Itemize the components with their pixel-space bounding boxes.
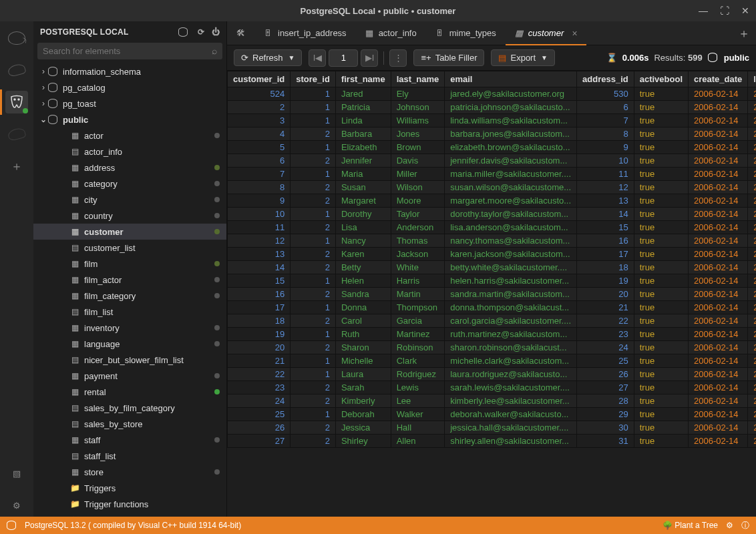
tree-node-Triggers[interactable]: 📁Triggers [33, 480, 226, 496]
cell[interactable]: 3 [228, 114, 291, 127]
cell[interactable]: 2006-02-14 [689, 87, 748, 101]
cell[interactable]: 1 [291, 408, 336, 421]
cell[interactable]: true [634, 248, 688, 261]
cell[interactable]: kimberly.lee@sakilacustomer... [445, 394, 577, 408]
table-row[interactable]: 151HelenHarrishelen.harris@sakilacustome… [228, 274, 757, 288]
cell[interactable]: Jared [335, 87, 391, 101]
cell[interactable]: 2 [228, 101, 291, 114]
cell[interactable]: 2 [291, 261, 336, 274]
cell[interactable]: 2 [291, 248, 336, 261]
table-row[interactable]: 211MichelleClarkmichelle.clark@sakilacus… [228, 354, 757, 368]
cell[interactable]: Ely [391, 87, 445, 101]
tree-node-inventory[interactable]: inventory [33, 320, 226, 336]
cell[interactable]: 2006-02-14 [689, 101, 748, 114]
table-filler-button[interactable]: ≡+Table Filler [413, 49, 484, 66]
cell[interactable]: 11 [577, 168, 634, 181]
cell[interactable]: Carol [335, 314, 391, 328]
table-row[interactable]: 31LindaWilliamslinda.williams@sakilacust… [228, 114, 757, 127]
refresh-tree-icon[interactable]: ⟳ [198, 27, 204, 37]
last-page-button[interactable]: ▶I [361, 49, 378, 67]
conn-postgres-icon[interactable] [5, 91, 28, 113]
minimize-icon[interactable]: — [699, 5, 708, 16]
export-button[interactable]: ▤Export▼ [491, 49, 554, 66]
col-last_[interactable]: last_ [748, 71, 756, 87]
tab-mime_types[interactable]: 🎚mime_types [426, 21, 506, 45]
cell[interactable]: Taylor [391, 208, 445, 221]
table-row[interactable]: 121NancyThomasnancy.thomas@sakilacustom.… [228, 234, 757, 248]
db-icon[interactable] [178, 27, 191, 37]
cell[interactable]: 17 [577, 248, 634, 261]
cell[interactable]: Harris [391, 274, 445, 288]
cell[interactable]: 2 [291, 181, 336, 194]
cell[interactable]: Thomas [391, 234, 445, 248]
tree-node-staff_list[interactable]: staff_list [33, 448, 226, 464]
cell[interactable]: 2013 [748, 288, 756, 301]
col-create_date[interactable]: create_date [689, 71, 748, 87]
cell[interactable]: 20 [577, 288, 634, 301]
cell[interactable]: 2013 [748, 328, 756, 341]
cell[interactable]: Wilson [391, 181, 445, 194]
cell[interactable]: Maria [335, 168, 391, 181]
cell[interactable]: Anderson [391, 221, 445, 234]
cell[interactable]: 6 [228, 154, 291, 168]
cell[interactable]: 12 [577, 181, 634, 194]
cell[interactable]: 1 [291, 114, 336, 127]
cell[interactable]: 11 [228, 221, 291, 234]
cell[interactable]: betty.white@sakilacustomer.... [445, 261, 577, 274]
tree-node-language[interactable]: language [33, 336, 226, 352]
col-address_id[interactable]: address_id [577, 71, 634, 87]
tree-node-payment[interactable]: payment [33, 368, 226, 384]
cell[interactable]: Betty [335, 261, 391, 274]
cell[interactable]: Jackson [391, 248, 445, 261]
cell[interactable]: 22 [228, 368, 291, 381]
cell[interactable]: 1 [291, 274, 336, 288]
cell[interactable]: Karen [335, 248, 391, 261]
cell[interactable]: 2006-02-14 [689, 288, 748, 301]
table-row[interactable]: 251DeborahWalkerdeborah.walker@sakilacus… [228, 408, 757, 421]
cell[interactable]: 1 [291, 234, 336, 248]
cell[interactable]: michelle.clark@sakilacustom... [445, 354, 577, 368]
cell[interactable]: carol.garcia@sakilacustomer.... [445, 314, 577, 328]
cell[interactable]: Garcia [391, 314, 445, 328]
cell[interactable]: 9 [228, 194, 291, 208]
close-tab-icon[interactable]: × [572, 28, 577, 39]
tree-node-film[interactable]: film [33, 256, 226, 272]
cell[interactable]: Barbara [335, 127, 391, 141]
cell[interactable]: Sarah [335, 381, 391, 394]
cell[interactable]: true [634, 101, 688, 114]
page-input[interactable] [329, 49, 358, 67]
cell[interactable]: Helen [335, 274, 391, 288]
cell[interactable]: 2 [291, 394, 336, 408]
cell[interactable]: 1 [291, 168, 336, 181]
table-row[interactable]: 142BettyWhitebetty.white@sakilacustomer.… [228, 261, 757, 274]
table-row[interactable]: 62JenniferDavisjennifer.davis@sakilacust… [228, 154, 757, 168]
cell[interactable]: helen.harris@sakilacustomer... [445, 274, 577, 288]
cell[interactable]: 2006-02-14 [689, 435, 748, 448]
cell[interactable]: 2006-02-14 [689, 154, 748, 168]
cell[interactable]: jennifer.davis@sakilacustom... [445, 154, 577, 168]
cell[interactable]: 2006-02-14 [689, 194, 748, 208]
cell[interactable]: Walker [391, 408, 445, 421]
table-row[interactable]: 272ShirleyAllenshirley.allen@sakilacusto… [228, 435, 757, 448]
cell[interactable]: 2013 [748, 314, 756, 328]
cell[interactable]: 29 [577, 408, 634, 421]
cell[interactable]: 1 [291, 354, 336, 368]
table-row[interactable]: 101DorothyTaylordorothy.taylor@sakilacus… [228, 208, 757, 221]
cell[interactable]: 13 [577, 194, 634, 208]
cell[interactable]: Jessica [335, 421, 391, 435]
cell[interactable]: 23 [577, 328, 634, 341]
cell[interactable]: Susan [335, 181, 391, 194]
cell[interactable]: 2013 [748, 221, 756, 234]
cell[interactable]: true [634, 394, 688, 408]
cell[interactable]: 14 [577, 208, 634, 221]
tree-node-actor[interactable]: actor [33, 127, 226, 144]
settings-icon[interactable]: ⚙ [5, 494, 28, 517]
cell[interactable]: true [634, 341, 688, 354]
cell[interactable]: deborah.walker@sakilacusto... [445, 408, 577, 421]
cell[interactable]: 2006-02-14 [689, 368, 748, 381]
table-row[interactable]: 42BarbaraJonesbarbara.jones@sakilacustom… [228, 127, 757, 141]
cell[interactable]: 1 [291, 141, 336, 154]
cell[interactable]: barbara.jones@sakilacustom... [445, 127, 577, 141]
table-row[interactable]: 202SharonRobinsonsharon.robinson@sakilac… [228, 341, 757, 354]
cell[interactable]: 31 [577, 435, 634, 448]
